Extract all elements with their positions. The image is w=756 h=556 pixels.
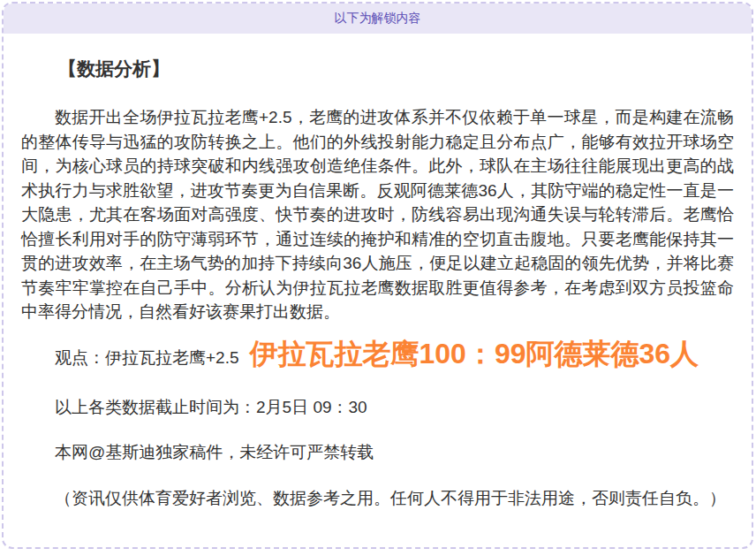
unlock-banner: 以下为解锁内容: [4, 4, 752, 34]
viewpoint-label: 观点：伊拉瓦拉老鹰+2.5: [55, 348, 239, 367]
disclaimer-text: （资讯仅供体育爱好者浏览、数据参考之用。任何人不得用于非法用途，否则责任自负。）: [21, 486, 734, 511]
unlock-banner-label: 以下为解锁内容: [335, 11, 421, 27]
unlocked-content-panel: 以下为解锁内容 【数据分析】 数据开出全场伊拉瓦拉老鹰+2.5，老鹰的进攻体系并…: [2, 2, 753, 549]
section-title: 【数据分析】: [21, 57, 734, 81]
score-prediction-highlight: 伊拉瓦拉老鹰100：99阿德莱德36人: [250, 338, 699, 369]
analysis-paragraph: 数据开出全场伊拉瓦拉老鹰+2.5，老鹰的进攻体系并不仅依赖于单一球星，而是构建在…: [21, 105, 734, 324]
article-content: 【数据分析】 数据开出全场伊拉瓦拉老鹰+2.5，老鹰的进攻体系并不仅依赖于单一球…: [4, 57, 752, 510]
viewpoint-line: 观点：伊拉瓦拉老鹰+2.5伊拉瓦拉老鹰100：99阿德莱德36人: [21, 335, 734, 374]
copyright-text: 本网@基斯迪独家稿件，未经许可严禁转载: [21, 440, 734, 465]
data-cutoff-text: 以上各类数据截止时间为：2月5日 09：30: [21, 395, 734, 420]
